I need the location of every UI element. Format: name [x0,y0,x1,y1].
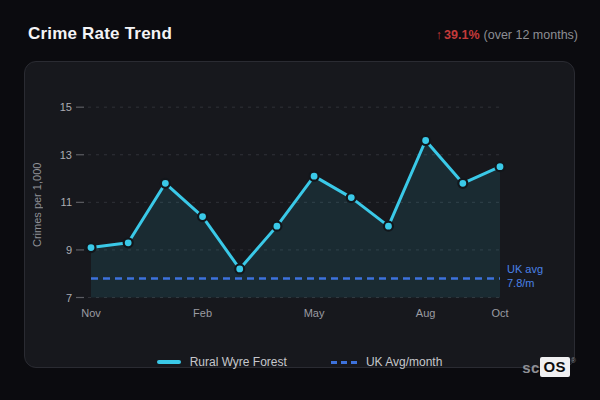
card-header: Crime Rate Trend ↑39.1%(over 12 months) [28,24,578,44]
svg-text:13: 13 [60,149,72,161]
svg-text:7: 7 [66,292,72,304]
crime-trend-chart: 79111315NovFebMayAugOctUK avg7.8/m [0,0,600,400]
page-title: Crime Rate Trend [28,24,172,44]
dashed-line-swatch-icon [331,361,357,364]
svg-text:11: 11 [61,196,72,208]
registered-mark: ® [571,357,576,364]
svg-text:15: 15 [60,101,72,113]
legend-item-rural-wyre-forest[interactable]: Rural Wyre Forest [157,355,287,369]
legend-item-uk-avg[interactable]: UK Avg/month [331,355,443,369]
svg-text:Oct: Oct [491,307,508,319]
trend-percent: 39.1% [444,28,479,42]
solid-line-swatch-icon [157,360,181,364]
y-axis-label: Crimes per 1,000 [31,145,45,265]
legend-label: Rural Wyre Forest [190,355,287,369]
trend-indicator: ↑39.1%(over 12 months) [436,28,578,42]
trend-note: (over 12 months) [484,28,578,42]
trend-up-arrow-icon: ↑ [436,28,442,42]
chart-legend: Rural Wyre Forest UK Avg/month [24,355,575,369]
scos-logo: scOS® [522,357,576,377]
svg-text:Nov: Nov [81,307,101,319]
logo-suffix: OS [540,357,570,377]
svg-text:May: May [304,307,325,319]
svg-text:Feb: Feb [193,307,212,319]
logo-prefix: sc [522,357,539,376]
svg-text:9: 9 [66,244,72,256]
legend-label: UK Avg/month [366,355,443,369]
svg-text:Aug: Aug [416,307,436,319]
svg-text:7.8/m: 7.8/m [507,277,535,289]
svg-text:UK avg: UK avg [507,263,543,275]
